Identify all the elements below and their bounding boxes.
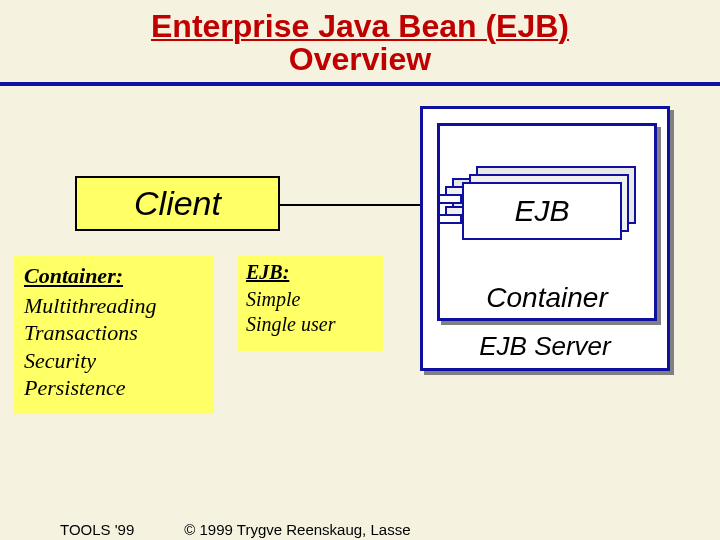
note-ejb-line: Single user — [246, 312, 375, 337]
ejb-component-front: EJB — [462, 182, 622, 240]
note-container-line: Persistence — [24, 374, 204, 402]
container-label: Container — [440, 282, 654, 314]
note-container-title: Container: — [24, 262, 204, 290]
diagram-area: Client EJB — [0, 86, 720, 496]
client-label: Client — [134, 184, 221, 223]
note-ejb-line: Simple — [246, 287, 375, 312]
note-container: Container: Multithreading Transactions S… — [14, 256, 214, 414]
ejb-server-box: EJB Container EJB Server — [420, 106, 670, 371]
title-block: Enterprise Java Bean (EJB) Overview — [0, 0, 720, 78]
client-box: Client — [75, 176, 280, 231]
note-ejb: EJB: Simple Single user — [238, 256, 383, 351]
note-container-line: Multithreading — [24, 292, 204, 320]
server-label: EJB Server — [423, 331, 667, 362]
note-ejb-title: EJB: — [246, 260, 375, 285]
container-box-inner: EJB Container — [437, 123, 657, 321]
container-box: EJB Container — [437, 123, 657, 321]
footer-left: TOOLS '99 — [60, 521, 134, 538]
footer-right: © 1999 Trygve Reenskaug, Lasse — [184, 521, 410, 538]
title-main: Enterprise Java Bean (EJB) — [0, 8, 720, 45]
server-box-inner: EJB Container EJB Server — [420, 106, 670, 371]
ejb-label: EJB — [514, 194, 569, 228]
footer: TOOLS '99 © 1999 Trygve Reenskaug, Lasse — [0, 521, 720, 540]
note-container-line: Transactions — [24, 319, 204, 347]
title-sub: Overview — [0, 41, 720, 78]
note-container-line: Security — [24, 347, 204, 375]
ejb-component-stack: EJB — [462, 166, 632, 244]
